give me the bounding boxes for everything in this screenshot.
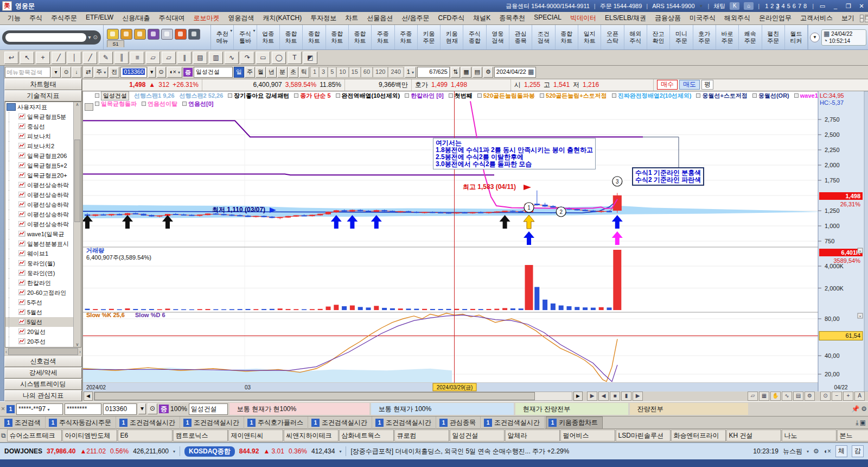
menu-item-22[interactable]: 온라인업무 xyxy=(755,14,796,23)
chevron-down-icon[interactable]: ▾ xyxy=(88,34,91,40)
menu-item-23[interactable]: 고객서비스 xyxy=(796,14,837,23)
candle-compare-icon[interactable]: ║ xyxy=(114,52,129,64)
chart-area[interactable]: 일성건설선행스팬1 9,26선행스팬2 52,26장기좋아요 강세패턴종가 단순… xyxy=(82,91,868,390)
news-source[interactable]: 뉴스핌 xyxy=(783,447,802,456)
skip-end-icon[interactable]: ▶ xyxy=(633,392,643,401)
scroll-up-icon[interactable]: ∧ xyxy=(76,102,79,107)
menu-item-0[interactable]: 기능 xyxy=(3,14,25,23)
search-icon[interactable]: ⊙ xyxy=(61,67,71,78)
menu-item-9[interactable]: 투자정보 xyxy=(306,14,341,23)
prev-symbol-button[interactable]: ⇄ xyxy=(84,67,93,78)
pause-icon[interactable]: ▮ xyxy=(621,392,631,401)
toolbar-button-종합차트[interactable]: 종합차트 xyxy=(349,25,372,49)
menu-item-14[interactable]: 채널K xyxy=(469,14,495,23)
period-toggle-초[interactable]: 초 xyxy=(288,67,298,78)
indicator-item-19[interactable]: 5주선 xyxy=(5,298,73,307)
chart-settings-icon[interactable]: ⚙ xyxy=(483,67,493,78)
legend-item-11[interactable]: 웅월선+스토저점 xyxy=(696,92,747,100)
order-preset-green[interactable]: 현재가 잔량전부 xyxy=(515,403,628,415)
stop-icon[interactable]: ■ xyxy=(610,392,620,401)
indicator-item-10[interactable]: 이평선상승하락 xyxy=(5,210,73,219)
watchlist-stock-14[interactable]: 나노 xyxy=(782,430,837,441)
indicator-item-20[interactable]: 5월선 xyxy=(5,307,73,317)
watchlist-stock-13[interactable]: KH 건설 xyxy=(726,430,781,441)
indicator-item-12[interactable]: wave1(일목균 xyxy=(5,229,73,239)
capture-icon[interactable]: ▣ xyxy=(860,419,866,426)
minute-cell-5[interactable]: 5 xyxy=(328,67,336,78)
toolbar-button-잔고확인[interactable]: 잔고확인 xyxy=(647,25,670,49)
restore-button[interactable]: ❐ xyxy=(844,3,853,10)
gear-icon[interactable]: ⚙ xyxy=(861,405,867,413)
screen-number-5[interactable]: 5 xyxy=(786,3,792,9)
legend-item-7[interactable]: 첫번째 xyxy=(449,92,473,100)
screen-number-4[interactable]: 4 xyxy=(781,3,786,9)
menu-item-6[interactable]: 로보마켓 xyxy=(189,14,224,23)
settings-icon[interactable] xyxy=(188,29,200,40)
toolbar-button-주식종합[interactable]: 주식종합 xyxy=(463,25,486,49)
sidebar-section-0[interactable]: 신호검색 xyxy=(4,356,82,367)
screen-number-1[interactable]: 1 xyxy=(764,3,769,9)
compare-tool-icon[interactable]: ∿ xyxy=(782,392,792,401)
watchlist-stock-3[interactable]: 캠트로닉스 xyxy=(173,430,228,441)
order-preset-blue[interactable]: 보통 현재가 100% xyxy=(371,403,514,415)
toolbar-button-종합차트[interactable]: 종합차트 xyxy=(303,25,326,49)
menu-item-21[interactable]: 해외주식 xyxy=(720,14,755,23)
monitor-icon[interactable] xyxy=(175,29,187,40)
toolbar-button-주종차트[interactable]: 주종차트 xyxy=(372,25,394,49)
window-tab-9[interactable]: 1키움종합차트 xyxy=(546,416,603,429)
row-close-icon[interactable]: × xyxy=(1,405,5,413)
eraser-icon[interactable]: ▱ xyxy=(146,52,160,64)
toolbar-button-업종차트[interactable]: 업종차트 xyxy=(257,25,280,49)
cursor-icon[interactable]: ↖ xyxy=(20,52,34,64)
window-tab-3[interactable]: 1조건검색실시간 xyxy=(181,416,244,429)
chart-scrollbar[interactable] xyxy=(94,392,572,401)
legend-item-1[interactable]: 연음선이탈 xyxy=(142,100,177,108)
play-icon[interactable]: ▶ xyxy=(587,392,597,401)
symbol-search-icon[interactable]: ⊙ xyxy=(148,403,157,414)
window-tab-6[interactable]: 1조건검색실시간 xyxy=(373,416,436,429)
legend-item-13[interactable]: wave1 xyxy=(794,92,818,99)
trendline-icon[interactable]: ╱ xyxy=(52,52,66,64)
sidebar-section-1[interactable]: 강세/약세 xyxy=(4,368,82,378)
watchlist-stock-12[interactable]: 화승엔터프라이 xyxy=(671,430,726,441)
minute-cell-240[interactable]: 240 xyxy=(388,67,403,78)
section-chart-type[interactable]: 차트형태 xyxy=(4,79,82,90)
menu-item-11[interactable]: 선물옵션 xyxy=(362,14,397,23)
scroll-right-icon[interactable]: ▶ xyxy=(573,392,583,401)
screen-number-7[interactable]: 7 xyxy=(797,3,802,9)
indicator-item-18[interactable]: 20-60고점라인 xyxy=(5,288,73,298)
circle-overlay-icon[interactable]: ◯ xyxy=(272,52,286,64)
frame-tool-icon[interactable]: ▦ xyxy=(759,392,769,401)
indicator-item-8[interactable]: 이평선상승하락 xyxy=(5,190,73,200)
watchlist-stock-15[interactable]: 본느 xyxy=(837,430,868,441)
setting-tool-icon[interactable]: ⚙ xyxy=(805,392,815,401)
period-toggle-틱[interactable]: 틱 xyxy=(299,67,309,78)
indicator-item-3[interactable]: 피보나치2 xyxy=(5,141,73,151)
window-tab-7[interactable]: 1관심종목 xyxy=(437,416,481,429)
ray-line-icon[interactable]: ╱ xyxy=(83,52,97,64)
indicator-item-14[interactable]: 웨이브1 xyxy=(5,249,73,258)
menu-item-7[interactable]: 영웅검색 xyxy=(224,14,258,23)
arrow-down-icon[interactable]: ↓ xyxy=(72,67,81,78)
section-technical-indicator[interactable]: 기술적지표 xyxy=(4,90,82,102)
toolbar-button-주종차트[interactable]: 주종차트 xyxy=(395,25,418,49)
lock-icon[interactable] xyxy=(134,29,146,40)
crosshair-icon[interactable]: + xyxy=(36,52,50,64)
menu-item-5[interactable]: 주식대여 xyxy=(154,14,189,23)
toolbar-button-키움현재[interactable]: 키움현재 xyxy=(441,25,463,49)
undo-redo-icon[interactable]: ↩ xyxy=(4,52,18,64)
analysis-note-box[interactable]: 여기서는 1.8봉전에 수식1과 2를 동시 만족시키는 봉이 출현하고 2.5… xyxy=(433,138,596,169)
watchlist-stock-4[interactable]: 제이앤티씨 xyxy=(228,430,283,441)
period-toggle-주[interactable]: 주 xyxy=(245,67,255,78)
legend-item-5[interactable]: 완전역배열(10선제외) xyxy=(336,92,400,100)
toolbar-button-주식툴바[interactable]: 주식툴바▾ xyxy=(234,25,257,49)
indicator-item-11[interactable]: 이평선상승하락 xyxy=(5,219,73,229)
pen-line-icon[interactable]: ✎ xyxy=(99,52,113,64)
legend-item-12[interactable]: 웅월선(OR) xyxy=(752,92,789,100)
account-select[interactable]: *****-**97 ▾ xyxy=(16,403,63,415)
save-icon[interactable] xyxy=(107,29,119,40)
scroll-right-icon[interactable]: › xyxy=(79,349,81,355)
indicator-item-5[interactable]: 일목균형표5+2 xyxy=(5,161,73,171)
menu-item-4[interactable]: 신용/대출 xyxy=(118,14,154,23)
compare-icon[interactable]: ⇅ xyxy=(451,67,460,78)
